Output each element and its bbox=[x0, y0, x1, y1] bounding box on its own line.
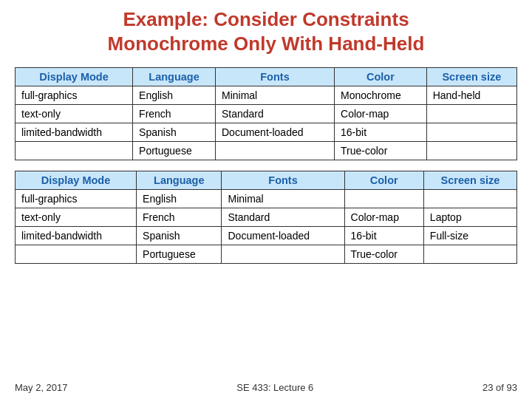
table-cell: Spanish bbox=[133, 123, 216, 142]
table-cell bbox=[426, 105, 516, 123]
t1-col3-header: Fonts bbox=[215, 68, 334, 86]
table-row: text-onlyFrenchStandardColor-mapLaptop bbox=[16, 208, 517, 227]
t1-col5-header: Screen size bbox=[426, 68, 516, 86]
table-row: text-onlyFrenchStandardColor-map bbox=[16, 105, 517, 123]
table-cell: Laptop bbox=[423, 208, 516, 227]
table-cell: True-color bbox=[344, 245, 423, 264]
table-cell bbox=[426, 123, 516, 142]
table-cell: limited-bandwidth bbox=[16, 123, 133, 142]
table-cell: 16-bit bbox=[335, 123, 427, 142]
title-line1: Example: Consider Constraints bbox=[15, 7, 517, 32]
table-cell: French bbox=[137, 208, 222, 227]
title-line2: Monochrome Only With Hand-Held bbox=[15, 32, 517, 56]
table-cell: Portuguese bbox=[133, 142, 216, 160]
t1-col1-header: Display Mode bbox=[16, 68, 133, 86]
table1: Display Mode Language Fonts Color Screen… bbox=[15, 67, 517, 160]
table-row: limited-bandwidthSpanishDocument-loaded1… bbox=[16, 227, 517, 245]
table-cell bbox=[16, 142, 133, 160]
table-cell: Portuguese bbox=[137, 245, 222, 264]
table-row: full-graphicsEnglishMinimal bbox=[16, 190, 517, 208]
table-row: limited-bandwidthSpanishDocument-loaded1… bbox=[16, 123, 517, 142]
table-cell bbox=[215, 142, 334, 160]
table-cell: text-only bbox=[16, 105, 133, 123]
t2-col5-header: Screen size bbox=[423, 171, 516, 190]
table-cell: Standard bbox=[222, 208, 344, 227]
t1-col2-header: Language bbox=[133, 68, 216, 86]
table2: Display Mode Language Fonts Color Screen… bbox=[15, 171, 517, 264]
t2-col1-header: Display Mode bbox=[16, 171, 137, 190]
page: Example: Consider Constraints Monochrome… bbox=[0, 0, 532, 399]
table-cell: Full-size bbox=[423, 227, 516, 245]
footer-date: May 2, 2017 bbox=[15, 382, 68, 393]
table-cell: True-color bbox=[335, 142, 427, 160]
table-cell: Document-loaded bbox=[222, 227, 344, 245]
footer-course: SE 433: Lecture 6 bbox=[236, 382, 313, 393]
table-cell: English bbox=[133, 86, 216, 105]
table-cell: Hand-held bbox=[426, 86, 516, 105]
t2-col4-header: Color bbox=[344, 171, 423, 190]
table-cell: English bbox=[137, 190, 222, 208]
table-cell bbox=[222, 245, 344, 264]
table-cell bbox=[16, 245, 137, 264]
title-area: Example: Consider Constraints Monochrome… bbox=[15, 7, 517, 55]
table-cell: Minimal bbox=[215, 86, 334, 105]
table-cell bbox=[423, 190, 516, 208]
footer-page: 23 of 93 bbox=[482, 382, 517, 393]
table-cell: Document-loaded bbox=[215, 123, 334, 142]
table-cell: full-graphics bbox=[16, 190, 137, 208]
table-row: PortugueseTrue-color bbox=[16, 142, 517, 160]
t2-col3-header: Fonts bbox=[222, 171, 344, 190]
tables-area: Display Mode Language Fonts Color Screen… bbox=[15, 67, 517, 378]
table-cell: full-graphics bbox=[16, 86, 133, 105]
table-cell: French bbox=[133, 105, 216, 123]
table-cell: 16-bit bbox=[344, 227, 423, 245]
table-row: PortugueseTrue-color bbox=[16, 245, 517, 264]
table-cell: Color-map bbox=[335, 105, 427, 123]
table-cell: limited-bandwidth bbox=[16, 227, 137, 245]
table-cell: Spanish bbox=[137, 227, 222, 245]
t2-col2-header: Language bbox=[137, 171, 222, 190]
table-cell bbox=[344, 190, 423, 208]
table-cell bbox=[426, 142, 516, 160]
table-cell: text-only bbox=[16, 208, 137, 227]
table-row: full-graphicsEnglishMinimalMonochromeHan… bbox=[16, 86, 517, 105]
footer: May 2, 2017 SE 433: Lecture 6 23 of 93 bbox=[15, 378, 517, 393]
table-cell: Minimal bbox=[222, 190, 344, 208]
t1-col4-header: Color bbox=[335, 68, 427, 86]
table-cell bbox=[423, 245, 516, 264]
table-cell: Standard bbox=[215, 105, 334, 123]
table-cell: Monochrome bbox=[335, 86, 427, 105]
table-cell: Color-map bbox=[344, 208, 423, 227]
